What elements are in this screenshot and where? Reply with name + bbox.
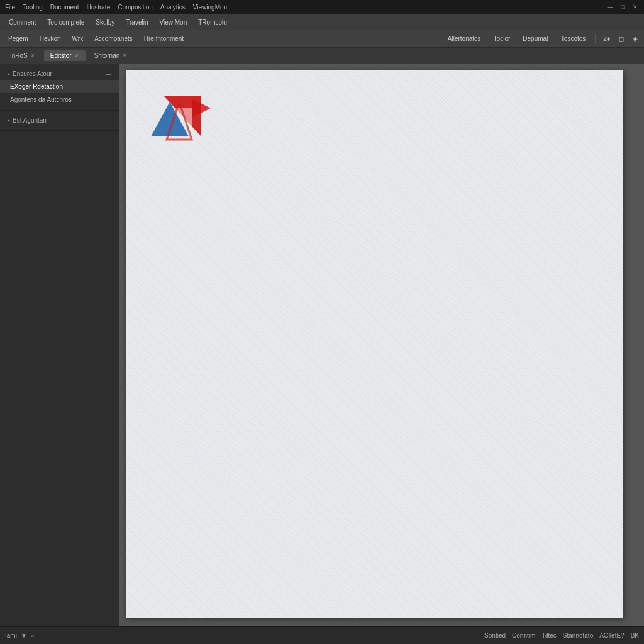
menubar-item-viewmon[interactable]: View Mon [155,17,192,28]
panel-header-bst[interactable]: ▸ Bst Aguntan [0,114,119,126]
menu-composition[interactable]: Composition [118,4,153,11]
tab-editstor-close[interactable]: ✕ [74,53,79,59]
title-bar: File Tooling Document Illustrate Composi… [0,0,644,14]
menubar-item-travelin[interactable]: Travelin [121,17,153,28]
bst-chevron: ▸ [8,118,10,123]
menu-analytics[interactable]: Analytics [160,4,186,11]
canvas-document [126,70,623,618]
panel-section-bst: ▸ Bst Aguntan [0,111,119,131]
status-right: Sontied Conntim Tiltec Stannotato ACTetE… [484,632,639,639]
tab-inros-close[interactable]: ✕ [30,53,35,59]
secondary-toolbar: InRoS ✕ Editstor ✕ Sntornan ▼ [0,48,644,64]
panel-section-ensures: ▸ Ensures Atour — EXoger Rdetaction Agon… [0,64,119,111]
title-bar-controls: — □ ✕ [606,3,639,11]
ensures-chevron: ▸ [8,71,10,77]
toolbar-zoom[interactable]: 2♦ [601,35,613,43]
status-circle[interactable]: ○ [31,632,35,639]
tab-editstor[interactable]: Editstor ✕ [44,50,86,61]
toolbar-toscotos[interactable]: Toscotos [557,34,590,43]
tab-sntornan[interactable]: Sntornan ▼ [88,50,134,61]
toolbar-icon2[interactable]: ◈ [630,35,640,43]
tab-sntornan-chevron: ▼ [122,53,127,58]
status-arrow[interactable]: ▼ [21,632,27,639]
status-left: Iami ▼ ○ [5,632,35,639]
toolbar-hreftnt[interactable]: Hre:fntonment [140,34,188,43]
menu-illustrate[interactable]: Illustrate [86,4,110,11]
toolbar-icon1[interactable]: ◻ [616,35,626,43]
toolbar-hevkon[interactable]: Hevkon [35,34,65,43]
toolbar: Pegem Hevkon Wrk Accompanets Hre:fntonme… [0,30,644,48]
status-stannotato: Stannotato [563,632,593,639]
left-panel: ▸ Ensures Atour — EXoger Rdetaction Agon… [0,64,119,626]
ensures-expand[interactable]: — [106,71,111,77]
close-button[interactable]: ✕ [631,3,639,11]
menu-document[interactable]: Document [50,4,79,11]
main-layout: ▸ Ensures Atour — EXoger Rdetaction Agon… [0,64,644,626]
status-iami: Iami [5,632,17,639]
menu-file[interactable]: File [5,4,15,11]
status-tiltec: Tiltec [541,632,557,639]
menubar-item-toolcomplete[interactable]: Toolcomplete [42,17,89,28]
menu-viewingmon[interactable]: ViewingMon [193,4,227,11]
status-actete: ACTetE? [599,632,624,639]
menubar-item-tromcolo[interactable]: TRomcolo [193,17,232,28]
toolbar-depumat[interactable]: Depumat [518,34,553,43]
panel-item-agontens[interactable]: Agontens da Autchros [0,93,119,106]
toolbar-right: Allertonatos Toclor Depumat Toscotos 2♦ … [443,34,640,44]
status-bk: BK [631,632,639,639]
toolbar-accompanets[interactable]: Accompanets [90,34,137,43]
menubar-item-skulby[interactable]: Skulby [91,17,119,28]
canvas-area[interactable] [119,64,644,626]
status-sontied: Sontied [484,632,506,639]
panel-item-exoger[interactable]: EXoger Rdetaction [0,80,119,93]
menu-tooling[interactable]: Tooling [23,4,43,11]
minimize-button[interactable]: — [606,3,614,11]
maximize-button[interactable]: □ [619,3,626,11]
status-bar: Iami ▼ ○ Sontied Conntim Tiltec Stannota… [0,626,644,644]
status-conntim: Conntim [512,632,535,639]
toolbar-separator-1 [595,34,596,44]
toolbar-allertonatos[interactable]: Allertonatos [443,34,486,43]
document-logo [145,89,214,149]
title-bar-menus: File Tooling Document Illustrate Composi… [5,4,227,11]
menubar-item-comment[interactable]: Comment [4,17,41,28]
panel-header-ensures[interactable]: ▸ Ensures Atour — [0,68,119,80]
menu-bar: Comment Toolcomplete Skulby Travelin Vie… [0,14,644,30]
toolbar-pegem[interactable]: Pegem [4,34,33,43]
toolbar-wrk[interactable]: Wrk [68,34,88,43]
tab-inros[interactable]: InRoS ✕ [4,50,42,61]
toolbar-toclor[interactable]: Toclor [489,34,515,43]
